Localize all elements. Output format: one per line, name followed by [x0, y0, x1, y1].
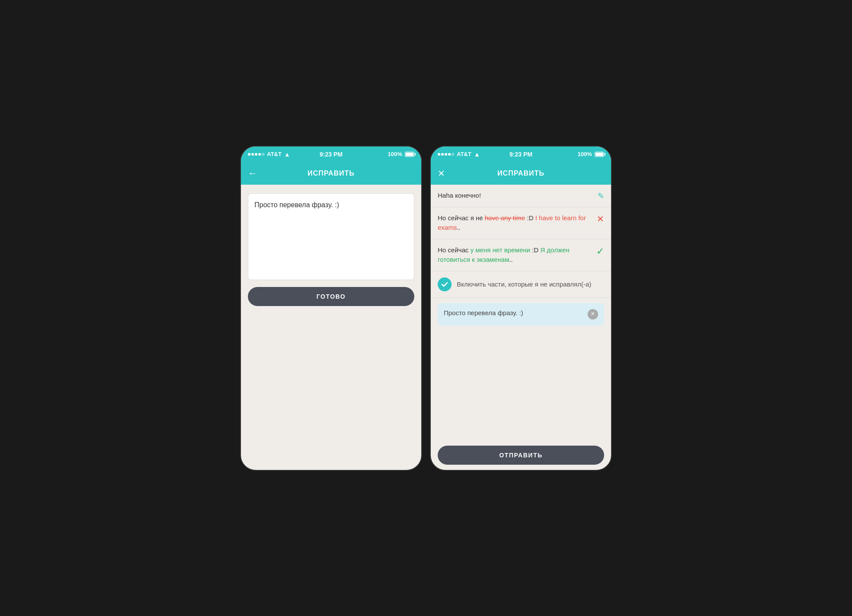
check-icon[interactable]: ✓ — [596, 246, 604, 257]
haha-text: Haha конечно! — [438, 191, 593, 201]
dot-3 — [255, 153, 257, 156]
x-icon[interactable]: ✕ — [597, 214, 604, 224]
nav-title-left: ИСПРАВИТЬ — [308, 169, 355, 177]
dot-1 — [248, 153, 250, 156]
green-text-1: у меня нет времени — [470, 246, 530, 254]
screen-content-right: Haha конечно! ✎ Но сейчас я не have any … — [431, 185, 611, 470]
pencil-icon[interactable]: ✎ — [598, 191, 604, 201]
dot-5 — [262, 153, 264, 156]
correct-prefix: Но сейчас — [438, 246, 470, 254]
wrong-end: .. — [457, 224, 460, 231]
phone-left: AT&T ▲ 9:23 PM 100% ← ИСПРАВИТЬ Прос — [240, 146, 422, 471]
wifi-icon-left: ▲ — [284, 151, 290, 158]
status-bar-left: AT&T ▲ 9:23 PM 100% — [241, 147, 421, 162]
signal-dots-right — [438, 153, 454, 156]
dot-2 — [251, 153, 254, 156]
close-button[interactable]: ✕ — [438, 168, 445, 179]
correct-middle: :D — [530, 246, 540, 254]
include-checkbox[interactable] — [438, 277, 452, 291]
dot-r-4 — [448, 153, 451, 156]
dot-r-3 — [445, 153, 447, 156]
correction-section-2: Но сейчас я не have any time :D I have t… — [431, 207, 611, 239]
nav-bar-left: ← ИСПРАВИТЬ — [241, 162, 421, 185]
dot-r-5 — [452, 153, 454, 156]
status-right-left: 100% — [388, 151, 414, 157]
battery-icon-left — [405, 152, 414, 157]
wrong-prefix: Но сейчас я не — [438, 214, 485, 222]
input-value: Просто перевела фразу. :) — [254, 201, 339, 209]
battery-fill-right — [595, 153, 603, 156]
correction-section-3: Но сейчас у меня нет времени :D Я должен… — [431, 239, 611, 271]
phone-right: AT&T ▲ 9:23 PM 100% ✕ ИСПРАВИТЬ — [430, 146, 612, 471]
right-content: Haha конечно! ✎ Но сейчас я не have any … — [431, 185, 611, 470]
battery-fill-left — [406, 153, 413, 156]
dot-r-1 — [438, 153, 440, 156]
battery-icon-right — [595, 152, 604, 157]
wrong-middle: :D — [525, 214, 535, 222]
correct-correction-text: Но сейчас у меня нет времени :D Я должен… — [438, 245, 592, 265]
signal-dots — [248, 153, 264, 156]
nav-bar-right: ✕ ИСПРАВИТЬ — [431, 162, 611, 185]
dot-r-2 — [441, 153, 444, 156]
include-section: Включить части, которые я не исправлял(-… — [431, 271, 611, 298]
note-text: Просто перевела фразу. :) — [444, 309, 583, 316]
carrier-right: AT&T — [457, 151, 472, 157]
screen-content-left: Просто перевела фразу. :) ГОТОВО — [241, 185, 421, 470]
correct-end: .. — [509, 256, 513, 263]
include-label: Включить части, которые я не исправлял(-… — [457, 280, 591, 289]
status-left-right: AT&T ▲ — [438, 151, 480, 158]
time-left: 9:23 PM — [320, 151, 343, 158]
note-box: Просто перевела фразу. :) — [438, 303, 604, 326]
submit-button[interactable]: ОТПРАВИТЬ — [438, 446, 604, 465]
carrier-left: AT&T — [267, 151, 282, 157]
strikethrough-text: have any time — [485, 214, 525, 222]
left-content: Просто перевела фразу. :) ГОТОВО — [241, 185, 421, 470]
nav-title-right: ИСПРАВИТЬ — [498, 169, 545, 177]
dot-4 — [258, 153, 261, 156]
status-right-right: 100% — [578, 151, 604, 157]
wifi-icon-right: ▲ — [474, 151, 480, 158]
back-button[interactable]: ← — [248, 168, 257, 179]
battery-pct-right: 100% — [578, 151, 592, 157]
correction-section-1: Haha конечно! ✎ — [431, 185, 611, 207]
translation-input[interactable]: Просто перевела фразу. :) — [248, 193, 414, 280]
status-bar-right: AT&T ▲ 9:23 PM 100% — [431, 147, 611, 162]
checkmark-svg — [441, 281, 448, 288]
battery-pct-left: 100% — [388, 151, 402, 157]
note-clear-button[interactable] — [588, 309, 598, 319]
spacer — [431, 331, 611, 440]
done-button[interactable]: ГОТОВО — [248, 287, 414, 306]
time-right: 9:23 PM — [510, 151, 533, 158]
wrong-correction-text: Но сейчас я не have any time :D I have t… — [438, 213, 592, 233]
status-left-left: AT&T ▲ — [248, 151, 290, 158]
